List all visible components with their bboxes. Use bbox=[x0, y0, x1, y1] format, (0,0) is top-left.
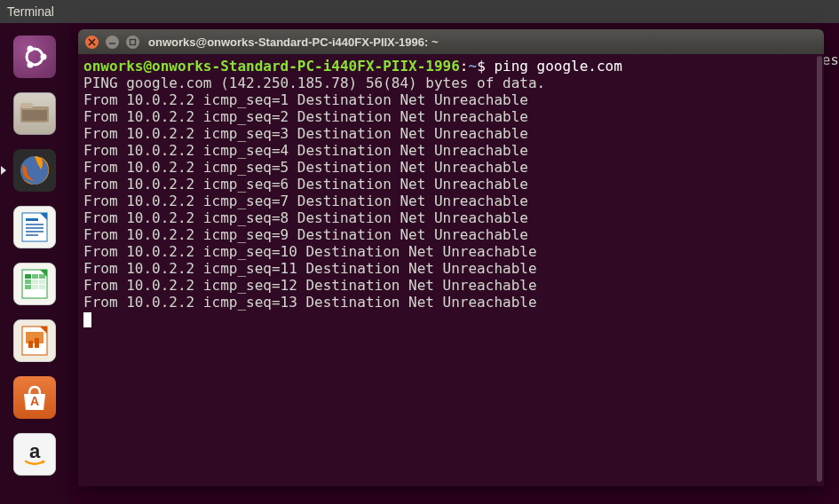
launcher-calc[interactable] bbox=[10, 259, 59, 309]
bg-partial-text: es bbox=[822, 51, 839, 68]
svg-rect-20 bbox=[39, 280, 45, 284]
svg-rect-11 bbox=[26, 227, 44, 229]
launcher-writer[interactable] bbox=[10, 202, 59, 252]
svg-rect-6 bbox=[22, 110, 47, 121]
calc-icon bbox=[13, 263, 56, 305]
svg-rect-21 bbox=[25, 285, 31, 289]
ping-reply: From 10.0.2.2 icmp_seq=6 Destination Net… bbox=[83, 176, 819, 193]
terminal-body[interactable]: onworks@onworks-Standard-PC-i440FX-PIIX-… bbox=[78, 54, 824, 486]
ping-reply: From 10.0.2.2 icmp_seq=7 Destination Net… bbox=[83, 193, 819, 209]
ping-reply: From 10.0.2.2 icmp_seq=1 Destination Net… bbox=[83, 91, 819, 108]
ping-reply: From 10.0.2.2 icmp_seq=12 Destination Ne… bbox=[83, 277, 819, 294]
svg-point-1 bbox=[41, 54, 47, 60]
svg-point-2 bbox=[28, 46, 34, 52]
terminal-window: onworks@onworks-Standard-PC-i440FX-PIIX-… bbox=[78, 29, 824, 486]
svg-rect-23 bbox=[39, 285, 45, 289]
svg-rect-5 bbox=[20, 103, 33, 108]
svg-rect-17 bbox=[39, 274, 45, 279]
files-icon bbox=[13, 92, 56, 135]
ping-reply: From 10.0.2.2 icmp_seq=9 Destination Net… bbox=[83, 226, 819, 243]
terminal-scrollbar[interactable] bbox=[813, 54, 824, 486]
prompt-line: onworks@onworks-Standard-PC-i440FX-PIIX-… bbox=[83, 58, 819, 75]
svg-rect-9 bbox=[26, 218, 38, 221]
launcher-software[interactable]: A bbox=[10, 373, 59, 422]
svg-rect-22 bbox=[32, 285, 38, 289]
firefox-icon bbox=[13, 149, 56, 192]
top-menu-bar: Terminal bbox=[0, 0, 839, 23]
svg-rect-18 bbox=[25, 280, 31, 284]
launcher-ubuntu-dash[interactable] bbox=[10, 32, 59, 82]
writer-icon bbox=[13, 206, 56, 248]
command-text: ping google.com bbox=[494, 58, 622, 75]
svg-rect-27 bbox=[35, 338, 39, 348]
prompt-dollar: $ bbox=[477, 58, 494, 75]
prompt-user: onworks@onworks-Standard-PC-i440FX-PIIX-… bbox=[83, 58, 460, 75]
svg-rect-26 bbox=[28, 341, 33, 348]
maximize-button[interactable] bbox=[126, 35, 139, 49]
window-controls bbox=[85, 35, 139, 49]
svg-rect-10 bbox=[26, 224, 44, 225]
ping-reply: From 10.0.2.2 icmp_seq=11 Destination Ne… bbox=[83, 260, 819, 277]
svg-text:A: A bbox=[30, 394, 39, 408]
launcher-firefox[interactable] bbox=[10, 146, 59, 195]
close-button[interactable] bbox=[85, 35, 99, 49]
launcher-impress[interactable] bbox=[10, 316, 59, 366]
svg-rect-30 bbox=[131, 39, 136, 44]
minimize-button[interactable] bbox=[106, 35, 119, 49]
ping-reply: From 10.0.2.2 icmp_seq=10 Destination Ne… bbox=[83, 243, 819, 260]
svg-point-3 bbox=[28, 62, 34, 68]
ping-reply: From 10.0.2.2 icmp_seq=5 Destination Net… bbox=[83, 159, 819, 176]
ping-reply: From 10.0.2.2 icmp_seq=13 Destination Ne… bbox=[83, 294, 819, 311]
cursor-line bbox=[83, 311, 819, 327]
prompt-path: ~ bbox=[468, 58, 477, 75]
ping-header: PING google.com (142.250.185.78) 56(84) … bbox=[83, 75, 819, 91]
launcher-files[interactable] bbox=[10, 89, 59, 138]
ping-reply: From 10.0.2.2 icmp_seq=8 Destination Net… bbox=[83, 209, 819, 226]
impress-icon bbox=[13, 319, 56, 362]
svg-rect-15 bbox=[25, 274, 31, 279]
ubuntu-logo-icon bbox=[13, 35, 56, 78]
ping-reply: From 10.0.2.2 icmp_seq=4 Destination Net… bbox=[83, 142, 819, 159]
window-title: onworks@onworks-Standard-PC-i440FX-PIIX-… bbox=[148, 35, 817, 49]
launcher-amazon[interactable]: a bbox=[10, 429, 59, 479]
svg-rect-19 bbox=[32, 280, 38, 284]
window-title-bar[interactable]: onworks@onworks-Standard-PC-i440FX-PIIX-… bbox=[78, 29, 824, 54]
app-name-label: Terminal bbox=[7, 4, 54, 19]
svg-rect-16 bbox=[32, 274, 38, 279]
ping-reply: From 10.0.2.2 icmp_seq=2 Destination Net… bbox=[83, 108, 819, 125]
unity-launcher: A a bbox=[0, 23, 69, 504]
cursor-icon bbox=[83, 312, 91, 327]
svg-rect-13 bbox=[26, 234, 38, 236]
amazon-icon: a bbox=[13, 433, 56, 476]
ping-reply: From 10.0.2.2 icmp_seq=3 Destination Net… bbox=[83, 125, 819, 142]
software-icon: A bbox=[13, 376, 56, 419]
svg-text:a: a bbox=[29, 440, 41, 462]
scrollbar-thumb[interactable] bbox=[817, 56, 822, 482]
svg-rect-12 bbox=[26, 231, 44, 232]
